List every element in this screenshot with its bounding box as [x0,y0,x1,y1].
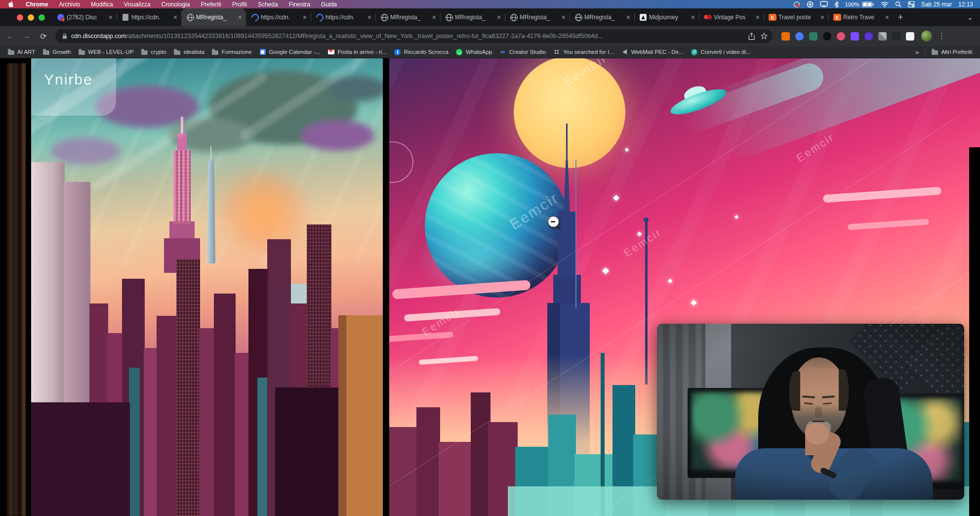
menu-item-modifica[interactable]: Modifica [91,1,113,8]
bookmark-star-icon[interactable] [761,33,768,40]
menu-item-profili[interactable]: Profili [232,1,247,8]
tab-close-icon[interactable]: × [690,14,696,21]
extension-icon[interactable] [864,32,873,41]
tab-close-icon[interactable]: × [625,14,631,21]
battery-indicator[interactable]: 100% [845,1,874,7]
reload-button[interactable]: ⟳ [37,29,50,43]
tab-close-icon[interactable]: × [302,14,308,21]
tab-close-icon[interactable]: × [496,14,502,21]
bookmark-folder-idealista[interactable]: idealista [174,48,204,55]
tab-cdn-3[interactable]: https://cdn.× [311,8,375,26]
tab-cdn-1[interactable]: https://cdn.× [117,8,181,26]
wifi-icon[interactable] [881,1,889,7]
page-content: Ynirbe [0,58,980,516]
tab-vintage-posters[interactable]: Vintage Pos× [699,8,764,26]
menu-item-archivio[interactable]: Archivio [59,1,80,8]
display-icon[interactable] [820,1,828,7]
bookmark-folder-crypto[interactable]: crypto [141,48,166,55]
address-bar[interactable]: cdn.discordapp.com/attachments/101351233… [55,29,773,43]
bookmark-google-calendar[interactable]: Google Calendar -... [259,48,321,55]
tab-midjourney[interactable]: Midjourney× [634,8,699,26]
folder-icon [78,48,85,55]
control-center-icon[interactable] [908,1,915,7]
bookmark-facebook-profile[interactable]: fRiccardo Scrocca [394,48,449,55]
minimize-window-button[interactable] [28,14,34,21]
menu-item-chrome[interactable]: Chrome [26,1,48,8]
bookmark-folder-ai-art[interactable]: AI ART [7,48,35,55]
globe-favicon-icon [186,13,194,21]
back-button[interactable]: ← [3,29,17,43]
menu-item-finestra[interactable]: Finestra [289,1,310,8]
tab-close-icon[interactable]: × [172,14,178,21]
wtc-spire [210,146,211,161]
bookmarks-overflow-chevron[interactable]: » [915,48,919,56]
folder-icon [174,48,181,55]
zoom-window-button[interactable] [39,14,45,21]
tab-search-chevron-icon[interactable]: ⌄ [960,8,980,26]
bookmark-webmail-pec[interactable]: WebMail PEC - De... [621,48,684,55]
tab-cdn-2[interactable]: https://cdn.× [246,8,311,26]
browser-toolbar: ← → ⟳ cdn.discordapp.com/attachments/101… [0,26,980,46]
menu-item-guida[interactable]: Guida [321,1,337,8]
profile-avatar[interactable] [921,31,932,42]
tab-close-icon[interactable]: × [755,14,761,21]
tab-discord[interactable]: (2762) Disc× [52,8,117,26]
bookmark-whatsapp[interactable]: WhatsApp [456,48,492,55]
menu-item-scheda[interactable]: Scheda [258,1,278,8]
share-icon[interactable] [748,33,755,40]
tab-close-icon[interactable]: × [884,14,890,21]
padlock-icon[interactable] [62,33,67,39]
extension-icon[interactable] [837,32,845,41]
tab-mrregista-4[interactable]: MRregista_× [505,8,570,26]
extension-icon[interactable] [809,32,817,41]
bookmark-converti-video[interactable]: ↺Converti i video di... [691,48,751,55]
tab-close-icon[interactable]: × [237,14,243,21]
tab-close-icon[interactable]: × [819,14,825,21]
close-window-button[interactable] [17,14,23,21]
menu-item-cronologia[interactable]: Cronologia [162,1,190,8]
extension-icon[interactable] [892,32,900,41]
tab-close-icon[interactable]: × [431,14,437,21]
other-bookmarks-folder[interactable]: Altri Preferiti [931,48,972,55]
tab-mrregista-2[interactable]: MRregista_× [375,8,440,26]
extension-icon[interactable] [795,32,804,41]
new-tab-button[interactable]: + [893,8,908,26]
extension-icon[interactable] [851,32,859,41]
extension-icon[interactable] [878,32,887,41]
divider [925,48,925,55]
bookmark-you-searched[interactable]: You searched for I... [553,48,614,55]
extension-icon[interactable] [823,32,831,41]
bookmark-folder-web-level-up[interactable]: WEB - LEVEL-UP [78,48,133,55]
tab-close-icon[interactable]: × [561,14,567,21]
menu-clock-time[interactable]: 12:13 [958,1,973,8]
tab-close-icon[interactable]: × [108,14,114,21]
poster-new-york-left[interactable]: Ynirbe [31,58,383,516]
extension-icon[interactable] [906,32,914,41]
tab-mrregista-5[interactable]: MRregista_× [570,8,634,26]
menu-clock-date[interactable]: Sab 25 mar [921,1,952,8]
loading-favicon-icon [251,13,259,21]
menu-item-preferiti[interactable]: Preferiti [201,1,221,8]
tab-mrregista-active[interactable]: MRregista_× [181,8,246,26]
screen-record-icon[interactable] [793,1,800,8]
record-dot-icon[interactable] [807,1,814,8]
bookmark-folder-formazione[interactable]: Formazione [212,48,252,55]
spotlight-search-icon[interactable] [895,1,901,7]
forward-button[interactable]: → [20,29,34,43]
tab-retro-travel[interactable]: ERetro Trave× [828,8,893,26]
url-text[interactable]: cdn.discordapp.com/attachments/101351233… [71,33,742,40]
menu-item-visualizza[interactable]: Visualizza [124,1,151,8]
chrome-menu-icon[interactable]: ⋮ [938,32,946,41]
menu-status-area: 100% Sab 25 mar 12:13 [793,1,980,8]
tab-close-icon[interactable]: × [367,14,372,21]
tab-travel-posters[interactable]: ETravel poste× [764,8,828,26]
tab-mrregista-3[interactable]: MRregista_× [440,8,505,26]
bluetooth-icon[interactable] [834,1,839,8]
zoom-out-cursor-icon [548,216,559,227]
extension-icon[interactable] [781,32,790,41]
bookmark-folder-growth[interactable]: Growth [42,48,71,55]
apple-logo-icon[interactable] [8,1,13,7]
bookmark-creator-studio[interactable]: ∞Creator Studio [499,48,546,55]
bookmark-gmail-inbox[interactable]: Posta in arrivo - ri... [327,48,387,55]
grid-icon [553,48,560,55]
